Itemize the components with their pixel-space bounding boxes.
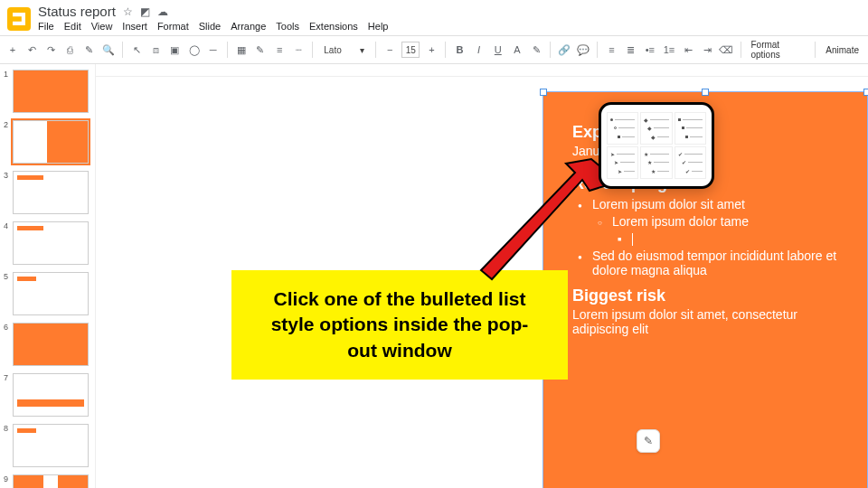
new-slide-button[interactable]: + <box>5 42 20 58</box>
bullet-style-option-5[interactable]: ★ ★ ★ <box>640 146 672 179</box>
slide-thumb-3[interactable] <box>13 171 89 214</box>
text-color-button[interactable]: A <box>510 42 524 58</box>
fill-color[interactable]: ▦ <box>234 42 249 58</box>
text-cursor <box>632 233 633 246</box>
horizontal-ruler <box>96 64 868 77</box>
font-size-input[interactable]: 15 <box>401 42 420 58</box>
highlight-button[interactable]: ✎ <box>529 42 543 58</box>
bullet-style-option-4[interactable]: ➤ ➤ ➤ <box>607 146 638 179</box>
font-size-inc[interactable]: + <box>424 42 439 58</box>
border-weight[interactable]: ≡ <box>272 42 287 58</box>
slide-thumb-9[interactable] <box>13 474 89 488</box>
undo-button[interactable]: ↶ <box>24 42 39 58</box>
zoom-button[interactable]: 🔍 <box>101 42 116 58</box>
menu-bar: File Edit View Insert Format Slide Arran… <box>38 21 388 32</box>
slide-thumb-1[interactable] <box>13 70 89 113</box>
menu-edit[interactable]: Edit <box>64 21 81 32</box>
paint-format-button[interactable]: ✎ <box>82 42 97 58</box>
menu-format[interactable]: Format <box>157 21 189 32</box>
app-header: Status report ☆ ◩ ☁ File Edit View Inser… <box>0 0 868 32</box>
indent-increase-button[interactable]: ⇥ <box>700 42 714 58</box>
menu-help[interactable]: Help <box>368 21 389 32</box>
bullet-style-option-3[interactable] <box>675 112 706 145</box>
document-title[interactable]: Status report <box>38 4 116 19</box>
bullet-style-option-6[interactable]: ✔ ✔ ✔ <box>675 146 706 179</box>
slide-thumb-8[interactable] <box>13 424 89 467</box>
image-tool[interactable]: ▣ <box>167 42 182 58</box>
slides-logo <box>7 7 31 31</box>
clear-format-button[interactable]: ⌫ <box>719 42 733 58</box>
link-button[interactable]: 🔗 <box>557 42 571 58</box>
menu-tools[interactable]: Tools <box>276 21 299 32</box>
format-options-button[interactable]: Format options <box>747 40 808 60</box>
slide-thumb-7[interactable] <box>13 373 89 417</box>
numbered-list-button[interactable]: 1≡ <box>662 42 676 58</box>
font-size-dec[interactable]: − <box>382 42 397 58</box>
textbox-tool[interactable]: ⧈ <box>148 42 163 58</box>
workspace: 1 2 3 4 5 6 7 8 9 Expected delivery Janu… <box>0 64 868 488</box>
line-spacing-button[interactable]: ≣ <box>624 42 638 58</box>
toolbar: + ↶ ↷ ⎙ ✎ 🔍 ↖ ⧈ ▣ ◯ ─ ▦ ✎ ≡ ┈ Lato▾ − 15… <box>0 35 868 64</box>
shape-tool[interactable]: ◯ <box>186 42 201 58</box>
bulleted-list-popout: ◆ ◆ ◆ ➤ ➤ ➤ ★ ★ ★ ✔ ✔ ✔ <box>599 102 714 189</box>
move-icon[interactable]: ◩ <box>140 5 150 18</box>
slide-thumb-4[interactable] <box>13 221 89 265</box>
bullet-style-option-1[interactable] <box>607 112 638 145</box>
slide-thumb-2[interactable] <box>13 120 89 164</box>
cloud-icon[interactable]: ☁ <box>157 5 168 18</box>
comment-button[interactable]: 💬 <box>576 42 590 58</box>
slide-thumb-6[interactable] <box>13 323 89 366</box>
bold-button[interactable]: B <box>452 42 467 58</box>
select-tool[interactable]: ↖ <box>129 42 144 58</box>
print-button[interactable]: ⎙ <box>63 42 78 58</box>
menu-view[interactable]: View <box>91 21 113 32</box>
font-family-select[interactable]: Lato▾ <box>319 44 369 56</box>
redo-button[interactable]: ↷ <box>43 42 58 58</box>
slide-thumbnail-panel: 1 2 3 4 5 6 7 8 9 <box>0 64 96 488</box>
menu-file[interactable]: File <box>38 21 54 32</box>
underline-button[interactable]: U <box>491 42 505 58</box>
slide-thumb-5[interactable] <box>13 272 89 315</box>
canvas[interactable]: Expected delivery January 4, 20XX Recent… <box>96 64 868 488</box>
bullet-style-option-2[interactable]: ◆ ◆ ◆ <box>640 112 672 145</box>
menu-slide[interactable]: Slide <box>199 21 221 32</box>
text-risk-body: Lorem ipsum dolor sit amet, consectetur … <box>572 307 842 336</box>
menu-insert[interactable]: Insert <box>122 21 147 32</box>
align-button[interactable]: ≡ <box>604 42 618 58</box>
annotation-arrow <box>474 155 618 290</box>
line-tool[interactable]: ─ <box>206 42 221 58</box>
italic-button[interactable]: I <box>472 42 486 58</box>
indent-decrease-button[interactable]: ⇤ <box>681 42 695 58</box>
menu-arrange[interactable]: Arrange <box>231 21 266 32</box>
border-dash[interactable]: ┈ <box>291 42 306 58</box>
border-color[interactable]: ✎ <box>253 42 268 58</box>
animate-button[interactable]: Animate <box>822 45 863 55</box>
star-icon[interactable]: ☆ <box>123 5 133 18</box>
explore-fab[interactable]: ✎ <box>637 429 660 453</box>
bulleted-list-button[interactable]: •≡ <box>643 42 657 58</box>
menu-extensions[interactable]: Extensions <box>309 21 358 32</box>
